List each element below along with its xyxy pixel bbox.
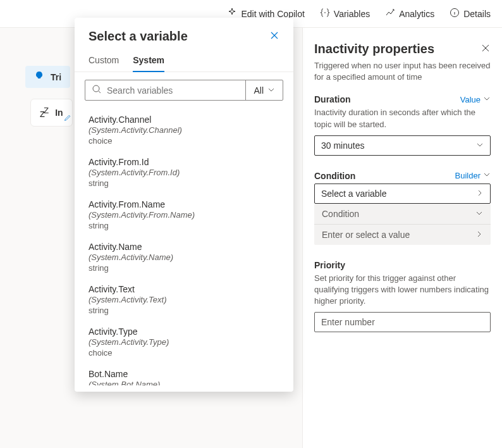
- variable-type: string: [89, 263, 287, 273]
- variable-item[interactable]: Activity.Text(System.Activity.Text)strin…: [89, 279, 287, 321]
- search-icon: [92, 84, 102, 96]
- chevron-down-icon: [475, 209, 483, 219]
- variable-name: Activity.Channel: [89, 115, 287, 125]
- topbar-variables[interactable]: Variables: [320, 8, 370, 20]
- svg-point-1: [93, 85, 99, 92]
- variable-system-path: (System.Activity.Channel): [89, 125, 287, 135]
- variable-name: Activity.From.Id: [89, 157, 287, 167]
- condition-variable-placeholder: Select a variable: [321, 189, 387, 199]
- topbar-variables-label: Variables: [334, 9, 370, 19]
- popover-title: Select a variable: [89, 29, 188, 44]
- condition-value-select[interactable]: Enter or select a value: [314, 224, 491, 245]
- tab-system[interactable]: System: [133, 50, 164, 72]
- variable-item[interactable]: Activity.Channel(System.Activity.Channel…: [89, 109, 287, 152]
- panel-desc: Triggered when no user input has been re…: [314, 60, 491, 83]
- priority-desc: Set priority for this trigger against ot…: [314, 273, 491, 308]
- topbar-analytics-label: Analytics: [399, 9, 434, 19]
- variable-type: choice: [89, 136, 287, 146]
- node-trigger[interactable]: Tri: [25, 66, 70, 88]
- popover-searchbar: All: [85, 80, 283, 101]
- condition-title: Condition: [314, 171, 355, 181]
- variable-type: string: [89, 178, 287, 188]
- variable-type: choice: [89, 348, 287, 358]
- variable-type: string: [89, 306, 287, 315]
- duration-select[interactable]: 30 minutes: [314, 135, 491, 156]
- properties-panel: Inactivity properties Triggered when no …: [302, 28, 502, 448]
- variable-item[interactable]: Activity.From.Id(System.Activity.From.Id…: [89, 152, 287, 194]
- condition-builder: Condition Enter or select a value: [314, 204, 491, 245]
- variable-system-path: (System.Activity.Type): [89, 337, 287, 347]
- variable-system-path: (System.Activity.From.Name): [89, 210, 287, 220]
- condition-section: Condition Builder Select a variable Cond…: [314, 171, 491, 245]
- popover-tabs: Custom System: [75, 50, 293, 72]
- chevron-down-icon: [476, 140, 484, 151]
- braces-icon: [320, 8, 330, 20]
- variable-picker-popover: Select a variable Custom System All Acti…: [75, 18, 293, 392]
- variable-system-path: (System.Activity.Name): [89, 252, 287, 262]
- variable-item[interactable]: Activity.Type(System.Activity.Type)choic…: [89, 321, 287, 364]
- node-trigger-label: Tri: [51, 72, 61, 82]
- pencil-icon: [64, 113, 71, 123]
- variable-name: Activity.From.Name: [89, 199, 287, 209]
- priority-input[interactable]: [314, 312, 491, 332]
- duration-section: Duration Value Inactivity duration in se…: [314, 94, 491, 155]
- duration-value: 30 minutes: [321, 140, 364, 151]
- condition-variable-select[interactable]: Select a variable: [314, 184, 491, 204]
- chevron-down-icon: [267, 85, 275, 96]
- analytics-icon: [385, 8, 395, 20]
- popover-close-button[interactable]: [269, 30, 279, 42]
- search-input[interactable]: [107, 85, 239, 96]
- variable-list[interactable]: Activity.Channel(System.Activity.Channel…: [75, 107, 293, 385]
- duration-mode-label: Value: [460, 95, 481, 104]
- duration-mode-link[interactable]: Value: [460, 95, 491, 104]
- variable-name: Activity.Name: [89, 242, 287, 252]
- tab-custom[interactable]: Custom: [89, 50, 119, 72]
- search-filter-label: All: [254, 85, 264, 96]
- topbar-details[interactable]: Details: [450, 8, 491, 20]
- search-filter-select[interactable]: All: [245, 80, 283, 100]
- condition-mode-label: Builder: [455, 171, 481, 180]
- duration-title: Duration: [314, 94, 351, 104]
- condition-value-label: Enter or select a value: [322, 230, 410, 240]
- condition-mode-link[interactable]: Builder: [455, 171, 491, 180]
- topbar-details-label: Details: [463, 9, 491, 19]
- variable-system-path: (System.Activity.Text): [89, 295, 287, 304]
- chevron-down-icon: [483, 95, 491, 104]
- chevron-down-icon: [483, 171, 491, 180]
- priority-section: Priority Set priority for this trigger a…: [314, 260, 491, 333]
- node-inactivity-label: In: [55, 108, 63, 118]
- variable-system-path: (System.Activity.From.Id): [89, 168, 287, 177]
- condition-operator-label: Condition: [322, 209, 359, 219]
- info-icon: [450, 8, 460, 20]
- chevron-right-icon: [475, 230, 483, 240]
- chevron-right-icon: [476, 189, 484, 199]
- variable-type: string: [89, 221, 287, 230]
- sleep-icon: zZ: [40, 106, 47, 120]
- condition-operator-select[interactable]: Condition: [314, 204, 491, 224]
- panel-title: Inactivity properties: [314, 42, 434, 56]
- variable-item[interactable]: Bot.Name(System.Bot.Name): [89, 364, 287, 385]
- priority-title: Priority: [314, 260, 491, 270]
- close-panel-button[interactable]: [481, 43, 491, 55]
- duration-desc: Inactivity duration in seconds after whi…: [314, 107, 491, 130]
- topbar-analytics[interactable]: Analytics: [385, 8, 434, 20]
- variable-item[interactable]: Activity.From.Name(System.Activity.From.…: [89, 194, 287, 237]
- bulb-icon: [34, 71, 44, 83]
- variable-name: Activity.Text: [89, 284, 287, 294]
- variable-item[interactable]: Activity.Name(System.Activity.Name)strin…: [89, 237, 287, 279]
- variable-system-path: (System.Bot.Name): [89, 380, 287, 385]
- variable-name: Activity.Type: [89, 327, 287, 337]
- node-inactivity[interactable]: zZ In: [30, 99, 73, 127]
- variable-name: Bot.Name: [89, 369, 287, 379]
